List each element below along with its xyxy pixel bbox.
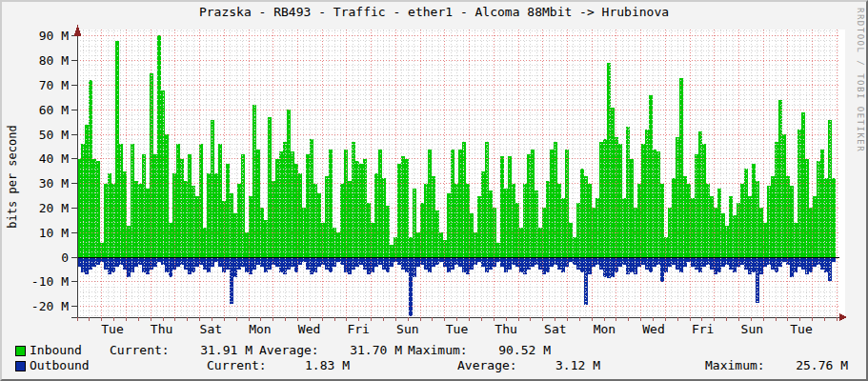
x-tick-label: Sun [741,322,763,336]
x-tick-label: Wed [298,322,320,336]
legend-series-name: Inbound [30,343,82,358]
x-tick-label: Thu [495,322,516,336]
y-tick-label: 30 M [2,176,69,190]
y-tick-label: -20 M [2,299,69,313]
x-tick-label: Sat [544,322,566,336]
legend-series-name: Outbound [30,358,90,373]
y-tick-label: -10 M [2,274,69,289]
legend-row-outbound: OutboundCurrent:1.83 MAverage:3.12 MMaxi… [2,358,866,373]
y-tick-label: 40 M [2,151,69,166]
x-tick-label: Thu [151,322,172,336]
legend-stat-value: 25.76 M [756,358,848,373]
x-tick-label: Fri [347,322,369,336]
y-tick-label: 70 M [2,78,69,92]
plot-area [2,2,866,379]
legend-row-inbound: InboundCurrent:31.91 MAverage:31.70 MMax… [2,343,866,358]
y-tick-label: 0 [2,251,69,265]
x-tick-label: Tue [446,322,468,336]
x-tick-label: Wed [642,322,664,336]
x-tick-label: Tue [101,322,123,336]
y-tick-label: 50 M [2,128,69,142]
inbound-swatch-icon [15,346,26,356]
x-tick-label: Sun [396,322,418,336]
legend-stat-value: 3.12 M [508,358,600,373]
rrdtool-watermark: RRDTOOL / TOBI OETIKER [856,8,865,152]
x-tick-label: Tue [790,322,812,336]
x-tick-label: Sat [200,322,222,336]
y-tick-label: 20 M [2,201,69,215]
x-tick-label: Fri [692,322,714,336]
x-tick-label: Mon [249,322,271,336]
legend-stat-value: 1.83 M [257,358,350,373]
y-tick-label: 80 M [2,53,69,68]
y-tick-label: 60 M [2,103,69,117]
legend-stat-value: 31.70 M [310,343,402,358]
x-tick-label: Mon [594,322,616,336]
outbound-swatch-icon [15,361,26,371]
y-tick-label: 90 M [2,29,69,43]
legend-stat-value: 90.52 M [458,343,551,358]
rrdtool-traffic-graph: Prazska - RB493 - Traffic - ether1 - Alc… [0,0,868,381]
y-tick-label: 10 M [2,226,69,240]
legend-stat-value: 31.91 M [160,343,252,358]
